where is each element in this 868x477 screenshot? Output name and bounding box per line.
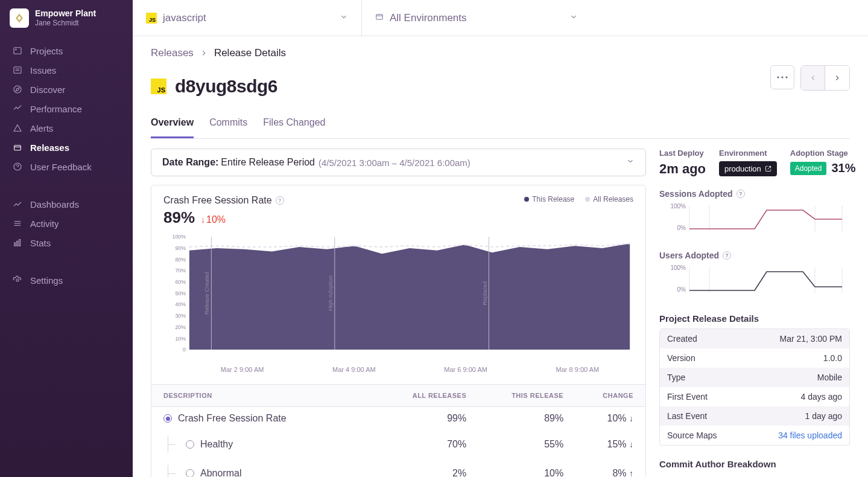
legend-this: This Release [532,195,574,203]
last-deploy-value: 2m ago [659,161,706,177]
crash-free-delta: ↓10% [201,214,226,225]
org-switcher[interactable]: Empower Plant Jane Schmidt [0,0,133,36]
crash-free-chart: 100%90%80%70%60%50%40%30%20%10%0 Release… [151,229,645,384]
tab-overview[interactable]: Overview [151,111,194,138]
table-row[interactable]: Crash Free Session Rate99%89%10% ↓ [151,407,645,431]
crash-free-title: Crash Free Session Rate [163,195,272,206]
projects-icon [12,45,23,56]
users-adopted-chart: 100% 0% [659,263,850,300]
svg-rect-14 [17,241,18,246]
svg-text:90%: 90% [175,245,186,251]
svg-point-20 [781,76,783,78]
th-change: CHANGE [575,385,645,407]
svg-text:50%: 50% [175,290,186,296]
performance-icon [12,103,23,114]
sessions-adopted-chart: 100% 0% [659,201,850,238]
table-row[interactable]: Abnormal2%10%8% ↑ [151,459,645,477]
commit-author-breakdown-title: Commit Author Breakdown [659,459,850,469]
detail-row: First Event4 days ago [660,387,849,406]
sidebar-item-settings[interactable]: Settings [0,271,133,290]
svg-text:100%: 100% [670,264,686,271]
releases-icon [12,142,23,153]
external-link-icon [765,165,771,172]
svg-rect-0 [14,48,21,54]
th-all: ALL RELEASES [379,385,478,407]
arrow-down-icon: ↓ [629,440,633,449]
date-range-selector[interactable]: Date Range: Entire Release Period (4/5/2… [151,149,646,176]
date-range-sub: (4/5/2021 3:00am – 4/5/2021 6:00am) [318,158,470,168]
legend-dot-all-icon [585,197,590,202]
sidebar-item-label: Releases [30,142,69,153]
svg-point-5 [14,86,21,93]
radio-icon[interactable] [186,469,194,477]
legend-dot-this-icon [524,197,529,202]
svg-text:Replaced: Replaced [482,281,488,306]
tab-commits[interactable]: Commits [209,111,247,138]
chevron-right-icon [200,49,208,57]
radio-icon[interactable] [163,414,172,423]
environment-badge[interactable]: production [719,161,777,176]
detail-row: Last Event1 day ago [660,406,849,426]
sidebar-item-alerts[interactable]: Alerts [0,118,133,138]
svg-text:Release Created: Release Created [204,272,211,315]
environment-selector-label: All Environments [390,12,467,24]
crash-free-value: 89% [163,208,195,227]
svg-point-1 [16,49,16,50]
users-adopted-title: Users Adopted [659,251,719,260]
info-icon[interactable]: ? [276,196,284,205]
detail-row: TypeMobile [660,368,849,387]
sidebar-item-label: Activity [30,219,59,229]
radio-icon[interactable] [186,440,194,449]
svg-text:40%: 40% [175,301,186,307]
svg-text:20%: 20% [175,324,186,330]
svg-text:60%: 60% [175,279,186,285]
sidebar-item-projects[interactable]: Projects [0,41,133,60]
svg-rect-17 [376,14,383,19]
svg-text:80%: 80% [175,256,186,262]
th-description: DESCRIPTION [151,385,379,407]
logo-icon [10,8,29,28]
sidebar-item-label: Dashboards [30,199,79,210]
sidebar-item-dashboards[interactable]: Dashboards [0,194,133,214]
sidebar-item-user-feedback[interactable]: User Feedback [0,157,133,176]
detail-row: CreatedMar 21, 3:00 PM [660,329,849,348]
svg-rect-15 [19,240,21,246]
metrics-table: DESCRIPTION ALL RELEASES THIS RELEASE CH… [151,384,645,477]
svg-text:100%: 100% [173,234,186,240]
breadcrumb-root[interactable]: Releases [151,47,194,59]
sidebar-item-performance[interactable]: Performance [0,99,133,118]
project-selector-label: javascript [163,12,206,24]
dashboards-icon [12,199,23,210]
prev-release-button[interactable] [801,66,825,90]
detail-row: Source Maps34 files uploaded [660,426,849,445]
project-release-details: CreatedMar 21, 3:00 PMVersion1.0.0TypeMo… [659,328,850,446]
info-icon[interactable]: ? [723,251,731,260]
svg-marker-6 [16,88,19,91]
chevron-down-icon [340,13,348,24]
sidebar-item-stats[interactable]: Stats [0,233,133,252]
svg-rect-7 [14,146,21,150]
more-button[interactable] [770,65,794,89]
settings-icon [12,275,23,286]
sidebar-item-activity[interactable]: Activity [0,214,133,233]
svg-rect-13 [14,243,16,246]
arrow-down-icon: ↓ [201,215,205,225]
date-range-label: Date Range: [162,157,218,168]
sidebar-item-discover[interactable]: Discover [0,80,133,99]
sidebar-item-releases[interactable]: Releases [0,138,133,157]
arrow-up-icon: ↑ [629,469,633,477]
tab-files-changed[interactable]: Files Changed [263,111,325,138]
chevron-down-icon [569,13,578,24]
info-icon[interactable]: ? [737,190,745,198]
svg-point-9 [14,163,21,170]
sidebar-item-issues[interactable]: Issues [0,60,133,80]
window-icon [375,13,384,24]
table-row[interactable]: Healthy70%55%15% ↓ [151,430,645,459]
tabs: OverviewCommitsFiles Changed [151,111,850,139]
environment-selector[interactable]: All Environments [362,0,591,36]
project-selector[interactable]: JS javascript [133,0,362,36]
source-maps-link[interactable]: 34 files uploaded [778,431,842,440]
sidebar-item-label: Alerts [30,123,53,133]
next-release-button[interactable] [825,66,849,90]
date-range-value: Entire Release Period [221,157,315,168]
